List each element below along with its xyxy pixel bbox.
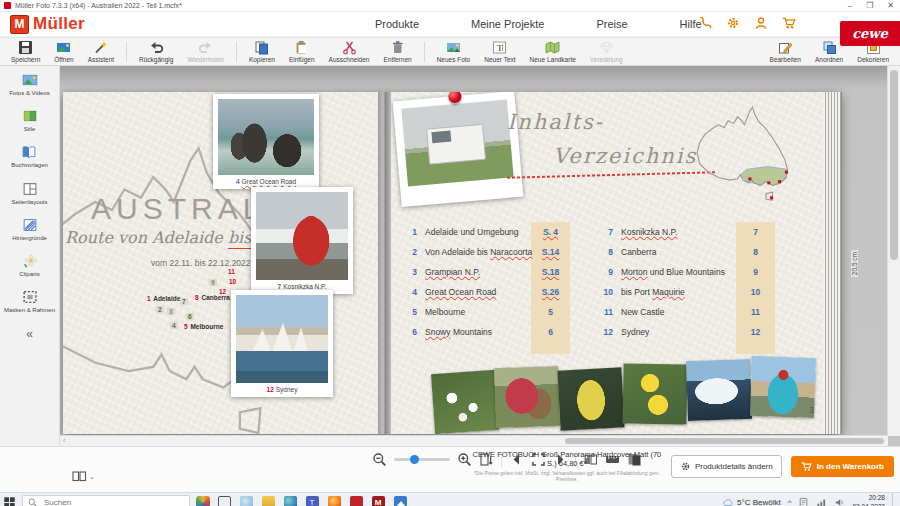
toolbar-button-newmap[interactable]: Neue Landkarte [523,39,583,65]
toc-column-right[interactable]: 7Kosnikzka N.P.78Canberra89Morton und Bl… [597,222,767,342]
menu-item-meine-projekte[interactable]: Meine Projekte [471,18,544,30]
tray-network-icon[interactable] [816,497,827,506]
strip-photo-kangaroo-feeding[interactable] [494,366,560,428]
weather-widget[interactable]: 5°C Bewölkt [722,497,781,506]
strip-photo-yellow-flowers[interactable] [622,363,687,424]
toc-row[interactable]: 3Grampian N.P.S.18 [401,262,571,282]
start-button[interactable] [3,496,16,506]
zoom-out-button[interactable] [372,452,387,467]
toc-row[interactable]: 12Sydney12 [597,322,767,342]
toc-row[interactable]: 6Snowy Mountains6 [401,322,571,342]
phone-icon[interactable] [698,16,712,30]
photo-kosciuszko[interactable]: 7Kosnikzka N.P. [251,187,353,294]
toolbar-button-cut[interactable]: Ausschneiden [322,39,377,65]
toolbar-button-paste[interactable]: Einfügen [282,39,322,65]
australia-minimap[interactable] [689,96,823,221]
sidebar-item-templates[interactable]: Buchvorlagen [11,144,48,169]
toc-column-left[interactable]: 1Adelaide und UmgebungS. 42Von Adelaide … [401,222,571,342]
toolbar-button-open[interactable]: Öffnen [47,39,80,65]
taskbar-app-firefox[interactable] [326,494,342,506]
sidebar-item-photos[interactable]: Fotos & Videos [9,72,50,97]
horizontal-scrollbar[interactable]: ‹ [60,435,888,446]
zoom-in-button[interactable] [457,452,472,467]
map-marker-4[interactable]: 4 [170,322,178,329]
toolbar-button-newtext[interactable]: TNeuer Text [477,39,522,65]
toolbar-button-save[interactable]: Speichern [4,39,47,65]
map-marker-6[interactable]: 6 [186,313,194,320]
map-marker-7[interactable]: 7 [180,298,188,305]
taskbar-app-teams[interactable]: T [304,494,320,506]
toc-title-line1[interactable]: Inhalts- [507,110,604,134]
zoom-slider[interactable] [394,458,450,461]
taskbar-app-edge[interactable] [282,494,298,506]
map-marker-10[interactable]: 10 [229,278,236,285]
minimize-button[interactable]: – [848,0,852,11]
photo-caption[interactable]: 12Sydney [236,383,328,394]
menu-item-preise[interactable]: Preise [596,18,627,30]
taskbar-app-red-app[interactable] [348,494,364,506]
zoom-slider-knob[interactable] [410,455,419,464]
sidebar-collapse-button[interactable]: « [26,327,33,341]
toc-row[interactable]: 7Kosnikzka N.P.7 [597,222,767,242]
photo-sydney[interactable]: 12Sydney [231,290,333,397]
photo-campervan[interactable] [393,92,524,207]
toolbar-button-newphoto[interactable]: Neues Foto [430,39,478,65]
horizontal-scrollbar-thumb[interactable] [565,438,884,444]
user-icon[interactable] [754,16,768,30]
tray-expand-button[interactable]: ^ [788,498,792,506]
menu-item-produkte[interactable]: Produkte [375,18,419,30]
sidebar-item-masks[interactable]: Masken & Rahmen [4,289,55,314]
photobook-spread[interactable]: AUSTRALIEN Route von Adelaide bis Sydney… [63,92,841,434]
toolbar-button-trash[interactable]: Entfernen [376,39,418,65]
photo-great-ocean-road[interactable]: 4Great Ocean Road [213,94,319,189]
toc-row[interactable]: 4Great Ocean RoadS.26 [401,282,571,302]
taskbar-app-photos-app[interactable] [392,494,408,506]
taskbar-clock[interactable]: 20:28 02.04.2023 [852,494,885,506]
map-marker-2[interactable]: 2 [156,306,164,313]
photo-strip[interactable] [433,360,823,432]
toolbar-button-undo[interactable]: Rückgängig [132,39,180,65]
maximize-button[interactable]: ❐ [866,0,873,11]
editor-canvas[interactable]: AUSTRALIEN Route von Adelaide bis Sydney… [60,66,900,446]
toolbar-button-edit[interactable]: Bearbeiten [763,39,808,65]
taskbar-app-task-view[interactable] [216,494,232,506]
map-marker-11[interactable]: 11 [228,268,235,275]
strip-photo-blue-jacket-portrait[interactable] [750,356,816,418]
taskbar-app-mueller-foto[interactable]: M [370,494,386,506]
vertical-scrollbar-thumb[interactable] [890,70,898,260]
toc-row[interactable]: 2Von Adelaide bis NaracoortaS.14 [401,242,571,262]
search-input[interactable] [42,497,156,506]
taskbar-app-file-explorer[interactable] [260,494,276,506]
product-details-button[interactable]: Produktdetails ändern [671,455,782,478]
add-to-cart-button[interactable]: In den Warenkorb [791,456,894,477]
page-view-selector[interactable]: ⌄ [72,469,95,484]
toolbar-button-wand[interactable]: Assistent [81,39,121,65]
toolbar-button-copy[interactable]: Kopieren [242,39,282,65]
close-button[interactable]: ✕ [887,0,894,11]
map-marker-1[interactable]: 1 Adelaide [147,295,180,302]
strip-photo-white-flowers[interactable] [431,370,499,434]
gear-icon[interactable] [726,16,740,30]
book-page-right[interactable]: Inhalts- Verzeichnis 1Adelaide und Umgeb… [391,92,823,434]
map-marker-5[interactable]: 5 Melbourne [184,323,223,330]
book-page-left[interactable]: AUSTRALIEN Route von Adelaide bis Sydney… [63,92,378,434]
sidebar-item-layouts[interactable]: Seitenlayouts [11,181,47,206]
toc-row[interactable]: 8Canberra8 [597,242,767,262]
tray-volume-icon[interactable] [834,497,845,506]
taskbar-app-store[interactable] [238,494,254,506]
sidebar-item-cliparts[interactable]: Cliparts [19,253,39,278]
map-marker-3[interactable]: 3 [167,308,175,315]
date-range[interactable]: vom 22.11. bis 22.12.2022 [151,258,251,268]
cart-icon[interactable] [782,16,796,30]
toc-row[interactable]: 10bis Port Maquirie10 [597,282,767,302]
show-desktop-button[interactable] [892,493,897,506]
sidebar-item-styles[interactable]: Stile [22,108,38,133]
toc-row[interactable]: 1Adelaide und UmgebungS. 4 [401,222,571,242]
map-marker-9[interactable]: 9 [209,279,217,286]
toc-title-line2[interactable]: Verzeichnis [553,144,697,168]
toc-row[interactable]: 9Morton und Blue Mountains9 [597,262,767,282]
vertical-scrollbar[interactable] [887,66,900,436]
toc-row[interactable]: 11New Castle11 [597,302,767,322]
tray-onedrive-icon[interactable] [798,497,809,506]
photo-caption[interactable]: 4Great Ocean Road [218,175,314,186]
